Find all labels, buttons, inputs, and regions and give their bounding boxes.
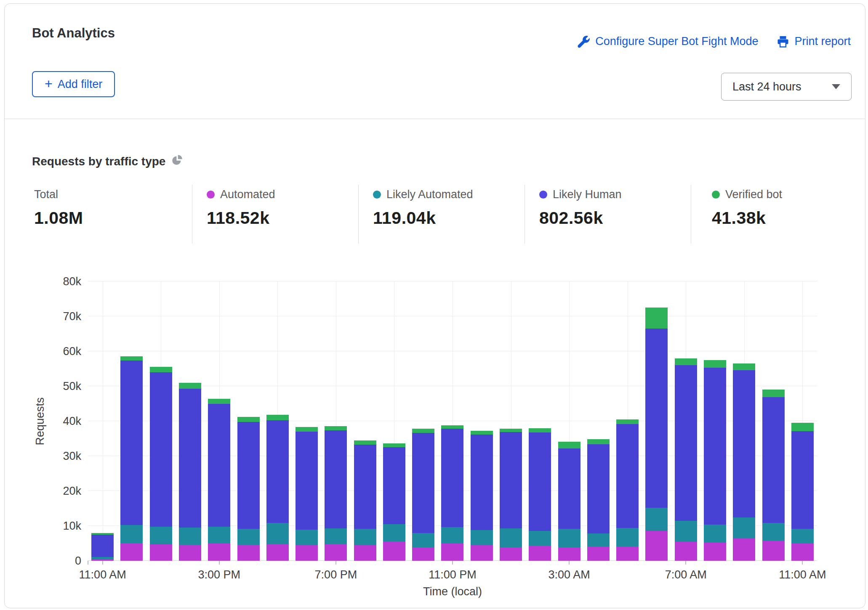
bar-segment (237, 529, 260, 545)
time-range-value: Last 24 hours (732, 80, 801, 93)
bar-segment (150, 544, 172, 561)
header-divider (5, 119, 865, 119)
bar[interactable] (179, 383, 201, 561)
bar-segment (500, 528, 522, 547)
bar-segment (266, 420, 289, 522)
section-title: Requests by traffic type (32, 154, 183, 169)
bar-segment (208, 544, 230, 561)
bar-segment (179, 389, 201, 528)
bar-segment (325, 544, 347, 561)
bar-segment (325, 528, 347, 544)
bar-segment (733, 370, 755, 517)
stat-column: Likely Human 802.56k (539, 187, 622, 228)
bar[interactable] (762, 390, 785, 561)
bar-segment (791, 544, 814, 561)
bar[interactable] (529, 428, 551, 561)
bar[interactable] (675, 358, 697, 561)
bar[interactable] (471, 431, 493, 561)
bar-segment (120, 543, 143, 561)
bar-segment (471, 530, 493, 545)
bar-segment (150, 367, 172, 372)
bar-segment (762, 523, 785, 541)
bar-segment (471, 545, 493, 561)
bar-segment (354, 529, 376, 545)
bar[interactable] (441, 425, 463, 561)
bar-segment (471, 431, 493, 434)
bar-segment (587, 444, 610, 533)
y-tick-label: 80k (43, 275, 81, 288)
x-tick-label: 7:00 AM (665, 568, 707, 581)
configure-link-label: Configure Super Bot Fight Mode (595, 35, 758, 48)
bar-slot (351, 281, 380, 561)
bar[interactable] (150, 367, 172, 561)
bar[interactable] (587, 439, 610, 561)
bar[interactable] (91, 533, 114, 561)
bar-segment (412, 547, 434, 561)
bar[interactable] (733, 363, 755, 561)
bar[interactable] (237, 417, 260, 561)
bar-slot (292, 281, 321, 561)
bar-segment (266, 415, 289, 420)
y-tick-label: 40k (43, 415, 81, 428)
wrench-icon (578, 35, 590, 48)
bar[interactable] (296, 427, 318, 561)
bar-slot (117, 281, 146, 561)
bar[interactable] (383, 443, 405, 561)
bar-segment (179, 383, 201, 389)
bar-segment (179, 545, 201, 561)
bar-segment (325, 430, 347, 528)
stat-column: Automated 118.52k (207, 187, 275, 228)
bar-segment (529, 432, 551, 531)
x-tick-mark (802, 561, 803, 565)
bar[interactable] (354, 440, 376, 561)
y-tick-label: 10k (43, 520, 81, 533)
bar-segment (208, 527, 230, 544)
bar-segment (325, 426, 347, 431)
configure-super-bot-fight-mode-link[interactable]: Configure Super Bot Fight Mode (578, 35, 758, 48)
bar-segment (616, 528, 639, 546)
bar-segment (733, 538, 755, 561)
chart-plot (88, 281, 817, 561)
bar-slot (438, 281, 467, 561)
bar[interactable] (704, 360, 726, 561)
bar[interactable] (325, 426, 347, 561)
bar-segment (208, 404, 230, 526)
stats-row: Total 1.08M Automated 118.52k Likely Aut… (5, 185, 865, 248)
bar-segment (616, 546, 639, 561)
bar-segment (296, 432, 318, 530)
bar[interactable] (500, 429, 522, 561)
stat-label: Automated (220, 188, 275, 201)
bar-segment (791, 431, 814, 529)
bar[interactable] (791, 423, 814, 561)
add-filter-button[interactable]: + Add filter (32, 71, 115, 97)
print-report-link[interactable]: Print report (777, 35, 851, 48)
y-tick-label: 0 (43, 554, 81, 568)
y-tick-label: 70k (43, 310, 81, 323)
bar[interactable] (266, 415, 289, 561)
stat-column: Total 1.08M (34, 187, 83, 228)
time-range-select[interactable]: Last 24 hours (721, 73, 852, 101)
stat-value: 1.08M (34, 208, 83, 228)
bar-segment (645, 508, 668, 531)
legend-dot (539, 191, 547, 199)
bar-segment (704, 360, 726, 368)
stat-label: Likely Human (553, 188, 622, 201)
bar-slot (554, 281, 583, 561)
bar-segment (237, 417, 260, 422)
bar-segment (587, 533, 610, 546)
x-axis-title: Time (local) (88, 585, 817, 598)
bar-segment (529, 428, 551, 432)
bar[interactable] (412, 429, 434, 561)
bar-segment (791, 423, 814, 431)
add-filter-label: Add filter (58, 78, 103, 91)
bar-segment (733, 363, 755, 370)
bar[interactable] (120, 356, 143, 561)
bar[interactable] (645, 308, 668, 561)
bar-segment (675, 542, 697, 561)
bar-segment (91, 535, 114, 557)
bar-slot (525, 281, 554, 561)
bar-slot (584, 281, 613, 561)
bar[interactable] (208, 399, 230, 561)
bar[interactable] (558, 442, 580, 561)
bar[interactable] (616, 419, 639, 561)
